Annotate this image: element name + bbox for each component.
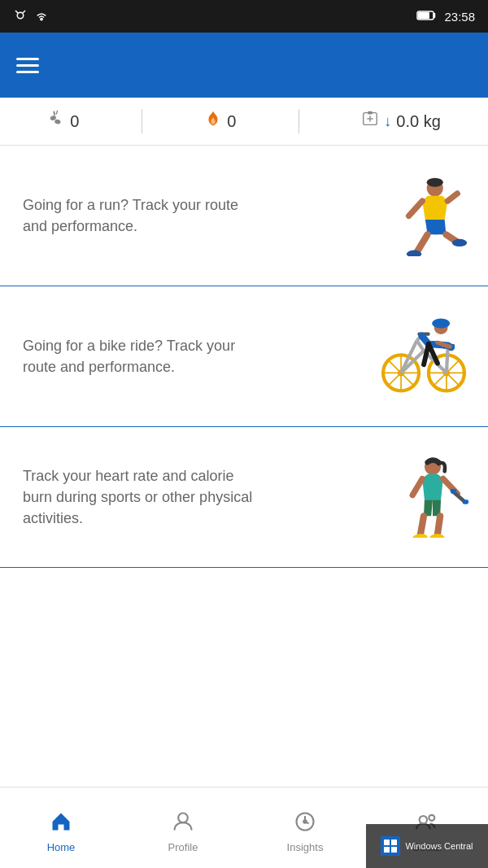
- battery-icon: [416, 10, 438, 24]
- svg-line-44: [420, 516, 424, 537]
- status-bar: 23:58: [0, 0, 488, 33]
- run-card[interactable]: Going for a run? Track your route and pe…: [0, 146, 488, 286]
- weight-value: 0.0 kg: [396, 112, 440, 131]
- svg-point-5: [54, 119, 62, 124]
- svg-line-13: [447, 194, 457, 201]
- nav-profile[interactable]: Profile: [122, 802, 244, 853]
- svg-point-56: [420, 816, 427, 823]
- svg-point-17: [452, 238, 467, 246]
- bike-illustration: [379, 316, 468, 397]
- svg-line-52: [412, 478, 422, 495]
- profile-icon: [172, 810, 194, 837]
- weight-arrow: ↓: [384, 113, 391, 130]
- insights-icon: [294, 810, 316, 837]
- svg-rect-60: [384, 847, 390, 853]
- svg-point-46: [412, 533, 428, 538]
- svg-rect-50: [451, 489, 456, 493]
- svg-point-57: [429, 815, 434, 821]
- svg-line-34: [447, 347, 448, 373]
- nav-insights-label: Insights: [287, 841, 324, 853]
- watermark: Windows Central: [366, 824, 488, 868]
- nav-home[interactable]: Home: [0, 802, 122, 853]
- svg-point-0: [17, 12, 24, 19]
- bike-card[interactable]: Going for a bike ride? Track your route …: [0, 286, 488, 427]
- watermark-line1: Windows Central: [405, 840, 473, 852]
- bike-card-text: Going for a bike ride? Track your route …: [23, 335, 267, 377]
- steps-icon: [47, 110, 65, 133]
- svg-line-14: [416, 234, 428, 253]
- svg-rect-7: [368, 111, 373, 115]
- weight-icon: [361, 110, 379, 133]
- activity-cards: Going for a run? Track your route and pe…: [0, 146, 488, 568]
- svg-line-12: [409, 201, 422, 216]
- calories-stat[interactable]: 0: [204, 110, 236, 133]
- stats-bar: 0 0 ↓ 0.0 kg: [0, 98, 488, 146]
- nav-home-label: Home: [47, 841, 76, 853]
- steps-stat[interactable]: 0: [47, 110, 79, 133]
- svg-rect-58: [384, 840, 390, 845]
- wifi-icon: [34, 8, 49, 25]
- status-right-icons: 23:58: [416, 10, 475, 24]
- svg-rect-3: [418, 12, 429, 19]
- exercise-card-text: Track your heart rate and calorie burn d…: [23, 465, 267, 529]
- steps-value: 0: [70, 112, 79, 131]
- svg-rect-61: [391, 847, 397, 853]
- time-display: 23:58: [444, 10, 475, 24]
- main-content: 0 0 ↓ 0.0 kg: [0, 98, 488, 787]
- svg-point-11: [427, 177, 443, 186]
- watermark-text: Windows Central: [405, 840, 473, 852]
- svg-point-53: [178, 813, 188, 823]
- svg-line-45: [437, 516, 440, 537]
- nav-profile-label: Profile: [168, 841, 198, 853]
- status-left-icons: [13, 8, 49, 25]
- stat-divider-2: [298, 109, 299, 133]
- svg-rect-51: [463, 499, 468, 504]
- svg-point-55: [303, 820, 307, 823]
- home-icon: [50, 810, 72, 837]
- exercise-card[interactable]: Track your heart rate and calorie burn d…: [0, 427, 488, 568]
- run-illustration: [379, 175, 468, 256]
- svg-point-1: [41, 18, 42, 20]
- svg-point-47: [429, 534, 444, 538]
- weight-stat[interactable]: ↓ 0.0 kg: [361, 110, 440, 133]
- calories-value: 0: [227, 112, 236, 131]
- stat-divider-1: [142, 109, 142, 133]
- run-card-text: Going for a run? Track your route and pe…: [23, 194, 267, 237]
- notification-icon: [13, 8, 28, 25]
- svg-rect-59: [391, 840, 397, 845]
- exercise-illustration: [379, 456, 468, 538]
- svg-point-39: [432, 319, 450, 329]
- menu-button[interactable]: [16, 58, 39, 73]
- calories-icon: [204, 110, 222, 133]
- nav-insights[interactable]: Insights: [244, 802, 366, 853]
- app-header: [0, 33, 488, 98]
- watermark-logo: [381, 836, 400, 856]
